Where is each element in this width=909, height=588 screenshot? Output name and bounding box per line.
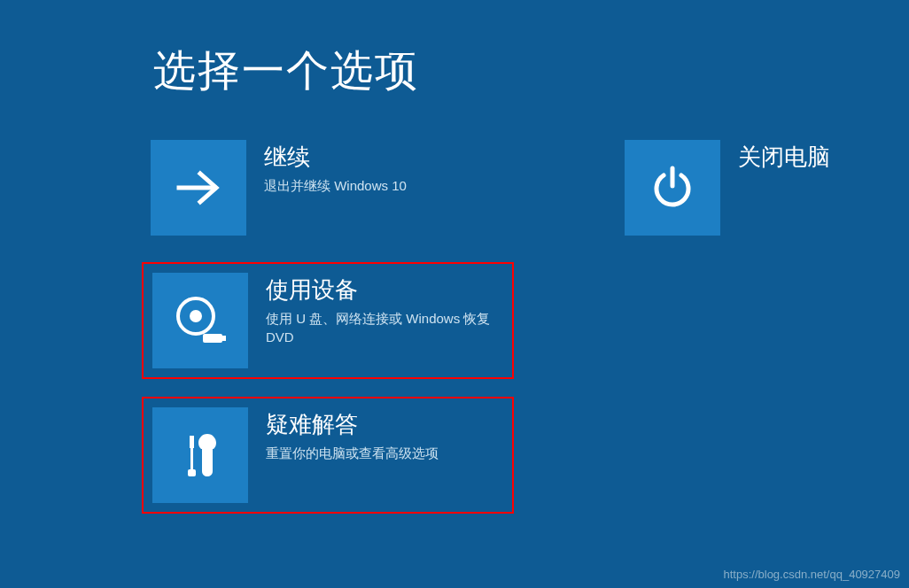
svg-point-2 [191,312,200,321]
option-use-device-text: 使用设备 使用 U 盘、网络连接或 Windows 恢复 DVD [248,273,496,346]
option-troubleshoot-subtitle: 重置你的电脑或查看高级选项 [266,444,439,462]
svg-rect-5 [190,436,194,448]
svg-rect-3 [203,334,222,343]
watermark: https://blog.csdn.net/qq_40927409 [724,568,901,581]
option-shutdown-title: 关闭电脑 [738,142,830,173]
page-title: 选择一个选项 [153,43,419,99]
option-use-device-subtitle: 使用 U 盘、网络连接或 Windows 恢复 DVD [266,309,496,346]
option-shutdown[interactable]: 关闭电脑 [616,131,882,244]
svg-rect-7 [188,469,196,476]
option-troubleshoot-title: 疑难解答 [266,409,439,440]
option-shutdown-text: 关闭电脑 [720,140,830,176]
options-container: 继续 退出并继续 Windows 10 使用设备 使用 U 盘、网络连接或 Wi… [142,131,514,514]
option-troubleshoot-text: 疑难解答 重置你的电脑或查看高级选项 [248,407,439,462]
option-use-device-title: 使用设备 [266,275,496,306]
option-use-device[interactable]: 使用设备 使用 U 盘、网络连接或 Windows 恢复 DVD [142,262,514,379]
tools-icon [152,407,248,503]
disc-usb-icon [152,273,248,368]
svg-rect-6 [190,448,193,471]
arrow-right-icon [151,140,246,236]
second-column: 关闭电脑 [616,131,882,244]
option-continue-title: 继续 [264,142,407,173]
option-continue[interactable]: 继续 退出并继续 Windows 10 [142,131,514,244]
svg-rect-4 [221,336,226,341]
option-continue-text: 继续 退出并继续 Windows 10 [246,140,407,195]
option-troubleshoot[interactable]: 疑难解答 重置你的电脑或查看高级选项 [142,397,514,514]
option-continue-subtitle: 退出并继续 Windows 10 [264,176,407,195]
power-icon [625,140,720,236]
